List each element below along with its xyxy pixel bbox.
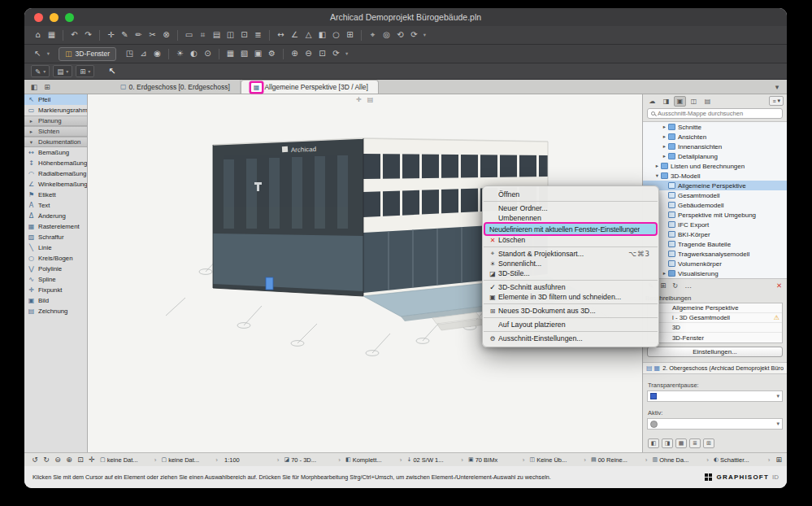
tree-item-volumenkoerper[interactable]: Volumenkörper [643, 259, 787, 268]
tab-erdgeschoss[interactable]: ▢ 0. Erdgeschoss [0. Erdgeschoss] [111, 80, 241, 94]
view-options-chevron-icon[interactable]: ▾ [343, 51, 350, 57]
navigator-menu-button[interactable]: ≡ ▾ [769, 96, 784, 106]
panel-publisher-icon[interactable]: ▤ [701, 96, 714, 107]
menu-separator[interactable] [484, 317, 658, 318]
status-renovation-filter[interactable]: ▥ Ohne Da... › [650, 456, 712, 464]
panel-list-icon[interactable]: ≣ [689, 438, 701, 448]
palette-item-polylinie[interactable]: ⋁ Polylinie [24, 264, 87, 274]
palette-item-markierungsrahmen[interactable]: ▭ Markierungsrahmen [24, 105, 87, 116]
palette-item-text[interactable]: A Text [24, 200, 87, 211]
current-story-row[interactable]: ▤▦ 2. Obergeschoss (Archicad Demoprojekt… [643, 362, 787, 374]
column-icon[interactable]: ○ [329, 31, 343, 39]
menu-separator[interactable] [484, 303, 658, 304]
menu-3d-cutaway[interactable]: ✓ 3D-Schnitt ausführen [483, 282, 658, 292]
mesh-icon[interactable]: ⊞ [343, 31, 357, 39]
rotate-right-icon[interactable]: ⟳ [407, 31, 421, 39]
pen-icon[interactable]: ✎ [118, 31, 132, 39]
status-reference-1[interactable]: ▢ keine Dat... › [98, 456, 159, 464]
palette-item-radialbemassung[interactable]: ◠ Radialbemaßung [24, 168, 87, 179]
tree-item-schnitte[interactable]: ▸ Schnitte [643, 122, 787, 132]
toolbar-separator[interactable] [219, 49, 219, 59]
menu-separator[interactable] [484, 280, 658, 281]
zoom-out-icon[interactable]: ⊖ [52, 456, 63, 464]
menu-filter-elements-3d[interactable]: ▣ Elemente in 3D filtern und schneiden..… [483, 292, 658, 302]
home-icon[interactable]: ⌂ [31, 31, 45, 39]
selected-element[interactable] [266, 277, 273, 290]
menu-sunlight[interactable]: ☀ Sonnenlicht... [483, 259, 658, 268]
update-view-icon[interactable]: ↻ [672, 281, 678, 290]
panel-toggle-right-icon[interactable]: ◨ [662, 438, 673, 448]
wall-icon[interactable]: ◧ [315, 31, 329, 39]
panel-layout-book-icon[interactable]: ◫ [688, 96, 700, 107]
marquee-icon[interactable]: ▭ [182, 31, 196, 39]
tree-item-ansichten[interactable]: ▸ Ansichten [643, 132, 787, 142]
select-tool-icon[interactable]: ↖ [31, 50, 45, 58]
new-window-icon[interactable]: ◳ [123, 50, 137, 58]
story-icon[interactable]: ▤ [210, 31, 224, 39]
find-select-icon[interactable]: ◎ [380, 31, 393, 39]
zone-icon[interactable]: ⊡ [237, 31, 251, 39]
menu-location-projection[interactable]: ⌖ Standort & Projektionsart... ⌥⌘3 [483, 249, 658, 259]
layer-combination-button[interactable]: ▤▾ [53, 65, 72, 77]
palette-item-hoehenbemassung[interactable]: ↕ Höhenbemaßung [24, 158, 87, 168]
menu-open[interactable]: Öffnen [483, 190, 658, 199]
status-reference-2[interactable]: ▢ keine Dat... › [159, 456, 221, 464]
annotate-icon[interactable]: ✏ [132, 31, 145, 39]
dimension-icon[interactable]: ↔ [274, 31, 288, 39]
palette-item-pfeil[interactable]: ↖ Pfeil [24, 94, 87, 105]
disclosure-triangle-icon[interactable]: ▸ [654, 163, 661, 169]
palette-section-planung[interactable]: ▸ Planung [24, 116, 87, 126]
schedule-icon[interactable]: ≣ [251, 31, 265, 39]
maximize-window-icon[interactable] [65, 13, 74, 22]
menu-redefine-with-current-window-settings[interactable]: Neudefinieren mit aktuellen Fenster-Eins… [485, 224, 656, 234]
menu-new-3d-document[interactable]: ⊞ Neues 3D-Dokument aus 3D... [483, 306, 658, 316]
pan-icon[interactable]: ✛ [86, 456, 98, 464]
close-icon[interactable]: ✕ [776, 281, 782, 290]
panel-grid-icon[interactable]: ▦ [675, 438, 687, 448]
panel-project-map-icon[interactable]: ◨ [660, 96, 672, 107]
toolbar-separator[interactable] [99, 30, 100, 41]
search-input[interactable] [658, 110, 779, 117]
favorites-button[interactable]: ⊞▾ [76, 65, 94, 77]
tree-item-innenansichten[interactable]: ▸ Innenansichten [643, 142, 787, 151]
toolbar-separator[interactable] [361, 30, 362, 41]
organizer-icon[interactable]: ◧ [28, 83, 41, 91]
zoom-in-icon[interactable]: ⊕ [288, 50, 302, 58]
camera-icon[interactable]: ▣ [251, 50, 265, 58]
redo-icon[interactable]: ↷ [81, 31, 95, 39]
refresh-icon[interactable]: ⟳ [329, 50, 343, 58]
zoom-out-icon[interactable]: ⊖ [302, 50, 315, 58]
section-icon[interactable]: ◫ [224, 31, 237, 39]
minimize-window-icon[interactable] [50, 13, 59, 22]
pop-up-navigator-icon[interactable]: ⊞ [41, 83, 54, 91]
palette-item-spline[interactable]: ∿ Spline [24, 274, 87, 285]
viewport-pan-icon[interactable]: ✛ [356, 96, 362, 103]
palette-item-bild[interactable]: ▣ Bild [24, 295, 87, 306]
trace-reference-picker[interactable]: ▾ [647, 390, 783, 402]
active-picker[interactable]: ▾ [647, 418, 783, 430]
disclosure-triangle-icon[interactable]: ▾ [654, 172, 661, 179]
shadow-icon[interactable]: ◐ [187, 50, 201, 58]
trim-icon[interactable]: ✂ [145, 31, 159, 39]
status-model-view-options[interactable]: ◧ Komplett... › [343, 456, 405, 464]
status-shading-mode[interactable]: ◐ Schattier... › [711, 456, 773, 464]
fit-view-icon[interactable]: ⊡ [315, 50, 329, 58]
pen-set-button[interactable]: ✎▾ [31, 65, 50, 77]
disclosure-triangle-icon[interactable]: ▸ [661, 143, 668, 150]
tree-item-3d-modell[interactable]: ▾ 3D-Modell [643, 171, 787, 181]
forward-icon[interactable]: ↻ [41, 456, 52, 464]
menu-separator[interactable] [484, 331, 658, 332]
angle-dimension-icon[interactable]: ∠ [288, 31, 302, 39]
origin-icon[interactable]: ⌖ [366, 31, 380, 39]
fit-in-window-icon[interactable]: ⊡ [75, 456, 86, 464]
move-icon[interactable]: ✛ [104, 31, 118, 39]
status-override[interactable]: ◫ Keine Üb... › [528, 456, 589, 464]
menu-rename[interactable]: Umbenennen [483, 213, 658, 223]
status-grid-icon[interactable]: ⊞ [775, 456, 782, 464]
zoom-in-icon[interactable]: ⊕ [63, 456, 75, 464]
rotate-left-icon[interactable]: ⟲ [393, 31, 407, 39]
palette-item-bemassung[interactable]: ↔ Bemaßung [24, 147, 87, 158]
disclosure-triangle-icon[interactable]: ▸ [661, 153, 668, 159]
tree-item-perspektive-mit-umgebung[interactable]: Perspektive mit Umgebung [643, 210, 787, 220]
status-graphic-override[interactable]: ↓ 02 S/W 1... › [405, 456, 467, 464]
